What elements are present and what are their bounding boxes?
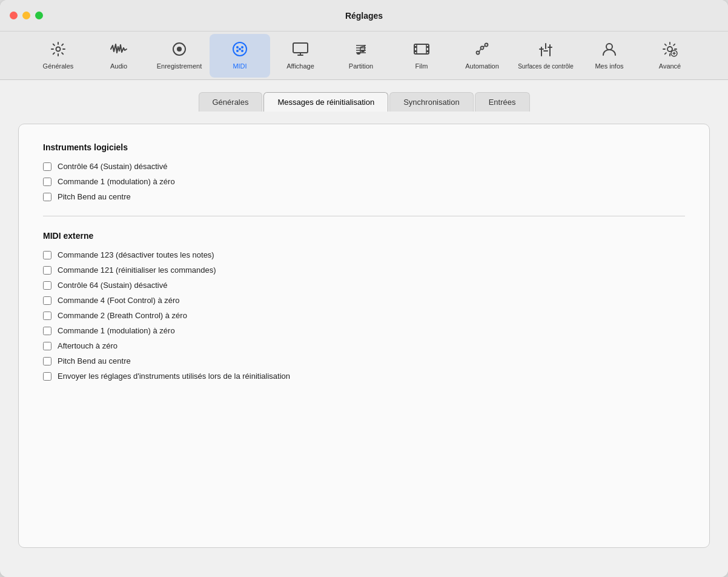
- section-divider: [43, 216, 685, 216]
- checkbox-label-cmd123[interactable]: Commande 123 (désactiver toutes les note…: [58, 250, 214, 259]
- settings-panel: Instruments logiciels Contrôle 64 (Susta…: [18, 124, 710, 548]
- checkbox-row: Contrôle 64 (Sustain) désactivé: [43, 281, 685, 290]
- tab-entrees[interactable]: Entrées: [475, 92, 530, 112]
- toolbar-item-partition[interactable]: Partition: [331, 34, 391, 78]
- checkbox-row: Pitch Bend au centre: [43, 192, 685, 201]
- svg-line-20: [360, 46, 365, 47]
- tab-bar: Générales Messages de réinitialisation S…: [18, 92, 710, 112]
- gear-icon: [50, 41, 67, 60]
- film-icon: [413, 41, 430, 60]
- checkbox-row: Commande 1 (modulation) à zéro: [43, 177, 685, 186]
- checkbox-cmd1[interactable]: [43, 327, 51, 335]
- advanced-icon: [661, 41, 678, 60]
- tab-synchronisation[interactable]: Synchronisation: [389, 92, 474, 112]
- toolbar-item-enregistrement[interactable]: Enregistrement: [149, 34, 210, 78]
- checkbox-pitchbend-ext[interactable]: [43, 357, 51, 365]
- svg-point-16: [357, 52, 360, 55]
- notes-icon: [352, 41, 369, 60]
- toolbar-item-film[interactable]: Film: [391, 34, 452, 78]
- checkbox-label-envoyer[interactable]: Envoyer les réglages d'instruments utili…: [58, 372, 290, 381]
- checkbox-sustain-software[interactable]: [43, 162, 51, 171]
- svg-point-8: [239, 48, 241, 50]
- toolbar-label-partition: Partition: [349, 62, 373, 70]
- toolbar-item-automation[interactable]: Automation: [452, 34, 512, 78]
- checkbox-row: Commande 4 (Foot Control) à zéro: [43, 296, 685, 305]
- svg-point-39: [606, 44, 612, 50]
- waveform-icon: [110, 41, 127, 60]
- toolbar-item-mesinfos[interactable]: Mes infos: [579, 34, 640, 78]
- checkbox-label-cmd121[interactable]: Commande 121 (réinitialiser les commande…: [58, 265, 216, 275]
- svg-point-7: [241, 50, 243, 52]
- toolbar-label-automation: Automation: [465, 62, 499, 70]
- checkbox-label-cmd2[interactable]: Commande 2 (Breath Control) à zéro: [58, 311, 187, 320]
- checkbox-label-modulation-software[interactable]: Commande 1 (modulation) à zéro: [58, 177, 175, 186]
- tab-messages[interactable]: Messages de réinitialisation: [263, 92, 388, 112]
- checkbox-label-cmd1[interactable]: Commande 1 (modulation) à zéro: [58, 326, 175, 335]
- svg-point-40: [667, 47, 672, 52]
- toolbar-item-midi[interactable]: MIDI: [210, 34, 270, 78]
- checkbox-row: Commande 2 (Breath Control) à zéro: [43, 311, 685, 320]
- svg-point-2: [177, 47, 182, 52]
- checkbox-label-cmd4[interactable]: Commande 4 (Foot Control) à zéro: [58, 296, 180, 305]
- main-window: Réglages Générales Audio: [0, 0, 728, 577]
- checkbox-label-pitchbend-ext[interactable]: Pitch Bend au centre: [58, 356, 131, 365]
- minimize-button[interactable]: [22, 12, 30, 19]
- content-area: Générales Messages de réinitialisation S…: [0, 80, 728, 577]
- toolbar-item-affichage[interactable]: Affichage: [270, 34, 331, 78]
- toolbar-label-generales: Générales: [43, 62, 74, 70]
- toolbar-label-affichage: Affichage: [286, 62, 314, 70]
- record-icon: [171, 41, 188, 60]
- checkbox-row: Commande 121 (réinitialiser les commande…: [43, 265, 685, 275]
- checkbox-row: Pitch Bend au centre: [43, 356, 685, 365]
- display-icon: [292, 41, 309, 60]
- checkbox-row: Contrôle 64 (Sustain) désactivé: [43, 162, 685, 171]
- close-button[interactable]: [10, 12, 18, 19]
- svg-point-18: [361, 50, 365, 52]
- window-controls: [10, 12, 43, 19]
- toolbar-label-midi: MIDI: [233, 62, 247, 70]
- svg-point-5: [241, 46, 243, 48]
- checkbox-cmd4[interactable]: [43, 296, 51, 305]
- checkbox-cmd121[interactable]: [43, 266, 51, 275]
- toolbar-item-avance[interactable]: Avancé: [640, 34, 700, 78]
- toolbar-item-audio[interactable]: Audio: [88, 34, 149, 78]
- tab-generales[interactable]: Générales: [199, 92, 263, 112]
- automation-icon: [474, 41, 491, 60]
- svg-point-4: [236, 46, 239, 48]
- toolbar-label-enregistrement: Enregistrement: [157, 62, 202, 70]
- toolbar-item-surfaces[interactable]: Surfaces de contrôle: [512, 34, 579, 78]
- instruments-section: Instruments logiciels Contrôle 64 (Susta…: [43, 142, 685, 201]
- checkbox-envoyer[interactable]: [43, 372, 51, 381]
- svg-line-32: [484, 46, 485, 47]
- checkbox-pitchbend-software[interactable]: [43, 193, 51, 201]
- checkbox-sustain-ext[interactable]: [43, 281, 51, 290]
- midi-externe-section: MIDI externe Commande 123 (désactiver to…: [43, 231, 685, 381]
- checkbox-cmd123[interactable]: [43, 251, 51, 259]
- midi-externe-title: MIDI externe: [43, 231, 685, 241]
- surfaces-icon: [537, 41, 554, 61]
- toolbar-item-generales[interactable]: Générales: [28, 34, 88, 78]
- toolbar-label-audio: Audio: [110, 62, 127, 70]
- svg-line-31: [480, 49, 481, 52]
- checkbox-label-sustain-ext[interactable]: Contrôle 64 (Sustain) désactivé: [58, 281, 167, 290]
- midi-icon: [231, 41, 248, 60]
- svg-point-0: [56, 47, 61, 51]
- svg-rect-9: [293, 43, 308, 53]
- toolbar-label-film: Film: [415, 62, 428, 70]
- checkbox-aftertouch[interactable]: [43, 342, 51, 350]
- svg-point-30: [485, 43, 488, 46]
- svg-point-6: [236, 50, 239, 52]
- maximize-button[interactable]: [35, 12, 43, 19]
- checkbox-row: Aftertouch à zéro: [43, 341, 685, 350]
- checkbox-label-sustain-software[interactable]: Contrôle 64 (Sustain) désactivé: [58, 162, 167, 171]
- checkbox-label-pitchbend-software[interactable]: Pitch Bend au centre: [58, 192, 131, 201]
- svg-point-29: [481, 46, 484, 49]
- toolbar-label-mesinfos: Mes infos: [595, 62, 623, 70]
- checkbox-label-aftertouch[interactable]: Aftertouch à zéro: [58, 341, 117, 350]
- checkbox-cmd2[interactable]: [43, 312, 51, 320]
- checkbox-row: Commande 1 (modulation) à zéro: [43, 326, 685, 335]
- window-title: Réglages: [345, 11, 383, 21]
- checkbox-modulation-software[interactable]: [43, 178, 51, 186]
- person-icon: [601, 41, 618, 60]
- toolbar: Générales Audio Enregistrement: [0, 32, 728, 80]
